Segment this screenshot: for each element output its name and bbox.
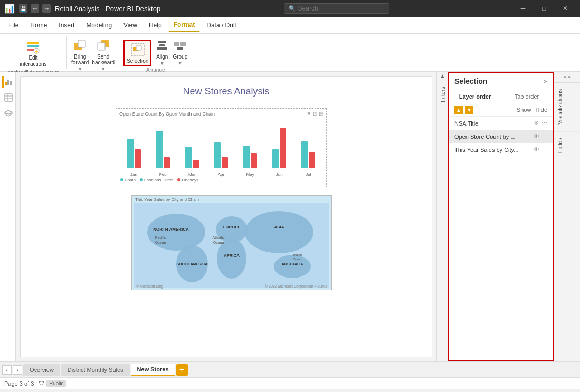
svg-text:AFRICA: AFRICA [224, 253, 240, 258]
tab-new-stores[interactable]: New Stores [131, 364, 175, 376]
page-indicator: Page 3 of 3 [4, 380, 34, 387]
eye-icon-this-year[interactable]: 👁 [534, 146, 539, 153]
chart-legend: Chain Fashions Direct Lindseys [116, 177, 326, 184]
left-icon-layers[interactable] [2, 108, 14, 119]
svg-text:Atlantic: Atlantic [213, 236, 225, 240]
layer-item-this-year[interactable]: This Year Sales by City... 👁 ⋯ [449, 143, 553, 156]
chart-header-icons: ▼ ⊡ ⊞ [307, 111, 323, 117]
edit-interactions-btn[interactable]: ⚡ Editinteractions [20, 38, 46, 68]
tab-overview[interactable]: Overview [23, 364, 60, 376]
svg-point-28 [147, 214, 205, 251]
public-badge: Public [46, 380, 66, 387]
menu-help[interactable]: Help [144, 20, 167, 31]
bar-red-apr [222, 157, 228, 168]
eye-icon-open-store[interactable]: 👁 [534, 133, 539, 140]
selection-panel: Selection » Layer order Tab order ▲ ▼ Sh… [448, 72, 554, 361]
svg-rect-14 [157, 47, 167, 50]
panel-tabs: Layer order Tab order [449, 90, 553, 103]
svg-rect-19 [7, 80, 9, 85]
hide-label[interactable]: Hide [535, 107, 547, 113]
map-visual[interactable]: This Year Sales by City and Chain [131, 195, 332, 290]
bar-red-jul [309, 152, 315, 168]
send-backward-btn[interactable]: Sendbackward ▼ [92, 38, 115, 72]
show-label[interactable]: Show [517, 107, 531, 113]
more-icon-nsa[interactable]: ⋯ [541, 120, 547, 127]
bar-chart-visual[interactable]: Open Store Count By Open Month and Chain… [116, 108, 327, 187]
right-edge: « » Visualizations Fields [554, 72, 580, 361]
bar-teal-feb [156, 131, 163, 168]
selection-panel-header: Selection » [449, 73, 553, 90]
svg-text:NORTH AMERICA: NORTH AMERICA [153, 227, 189, 232]
redo-icon[interactable]: ↪ [42, 4, 51, 13]
tab-layer-order[interactable]: Layer order [449, 90, 501, 103]
minimize-button[interactable]: ─ [512, 0, 534, 17]
selection-btn[interactable]: Selection [123, 40, 151, 66]
layer-item-open-store[interactable]: Open Store Count by ... 👁 ⋯ [449, 130, 553, 143]
add-page-button[interactable]: + [176, 364, 188, 376]
layer-name-open-store: Open Store Count by ... [454, 133, 534, 140]
menu-modeling[interactable]: Modeling [81, 20, 117, 31]
search-input[interactable] [298, 5, 383, 12]
menu-file[interactable]: File [3, 20, 24, 31]
layer-name-nsa: NSA Title [454, 120, 534, 127]
selection-panel-expand[interactable]: » [544, 78, 547, 85]
menu-home[interactable]: Home [25, 20, 52, 31]
bar-group-jun [272, 128, 286, 168]
bring-forward-icon [73, 38, 88, 53]
eye-icon-nsa[interactable]: 👁 [534, 120, 539, 127]
more-icon-this-year[interactable]: ⋯ [541, 146, 547, 153]
main-area: New Stores Analysis Open Store Count By … [0, 72, 580, 361]
bring-forward-label: Bringforward [71, 54, 89, 65]
right-panel-collapse-right[interactable]: » [568, 74, 571, 80]
filters-collapse-btn[interactable]: ▲ [439, 72, 447, 80]
move-down-arrow[interactable]: ▼ [465, 106, 473, 114]
bar-teal-apr [214, 142, 221, 168]
left-icon-table[interactable] [2, 92, 14, 103]
tab-tab-order[interactable]: Tab order [501, 90, 553, 103]
right-panel-collapse-left[interactable]: « [564, 74, 567, 80]
undo-icon[interactable]: ↩ [31, 4, 39, 13]
window-controls: ─ □ ✕ [512, 0, 576, 17]
more-icon-open-store[interactable]: ⋯ [541, 133, 547, 140]
chart-title: Open Store Count By Open Month and Chain [119, 111, 215, 117]
svg-text:Ocean: Ocean [213, 241, 224, 244]
filters-label[interactable]: Filters [437, 80, 449, 109]
page-nav-prev[interactable]: ‹ [2, 365, 12, 375]
maximize-button[interactable]: □ [534, 0, 555, 17]
tab-district-monthly[interactable]: District Monthly Sales [61, 364, 130, 376]
layer-item-nsa-title[interactable]: NSA Title 👁 ⋯ [449, 117, 553, 130]
layer-arrows: ▲ ▼ [454, 106, 473, 114]
svg-rect-17 [177, 47, 183, 50]
page-nav-next[interactable]: › [13, 365, 22, 375]
window-title: Retail Analysis - Power BI Desktop [55, 5, 160, 13]
svg-text:Indian: Indian [293, 253, 302, 256]
bar-group-jan [127, 139, 141, 168]
title-search-box[interactable]: 🔍 [284, 3, 389, 14]
svg-rect-18 [5, 82, 7, 85]
group-btn[interactable]: Group ▼ [173, 38, 187, 66]
svg-text:AUSTRALIA: AUSTRALIA [282, 262, 303, 266]
menu-view[interactable]: View [118, 20, 142, 31]
bring-forward-btn[interactable]: Bringforward ▼ [71, 38, 89, 72]
svg-rect-6 [78, 40, 85, 47]
shield-icon: 🛡 [39, 380, 44, 386]
bar-group-mar [185, 147, 199, 168]
move-up-arrow[interactable]: ▲ [454, 106, 463, 114]
close-button[interactable]: ✕ [555, 0, 576, 17]
right-tab-fields[interactable]: Fields [554, 131, 580, 159]
arrange-buttons: Bringforward ▼ Sendbackward ▼ [71, 38, 115, 72]
bar-group-feb [156, 131, 170, 168]
svg-rect-16 [180, 42, 186, 46]
map-attribution: © Microsoft Bing [134, 284, 165, 289]
menu-data-drill[interactable]: Data / Drill [201, 20, 241, 31]
svg-point-33 [274, 255, 311, 278]
right-tab-visualizations[interactable]: Visualizations [554, 82, 580, 131]
ribbon-group-selection: Selection Align ▼ [119, 36, 192, 69]
bar-red-jan [135, 149, 141, 168]
save-icon[interactable]: 💾 [19, 4, 27, 13]
align-btn[interactable]: Align ▼ [155, 38, 169, 66]
menu-insert[interactable]: Insert [53, 20, 80, 31]
menu-format[interactable]: Format [168, 19, 201, 32]
svg-rect-8 [98, 43, 105, 50]
left-icon-barchart[interactable] [2, 76, 14, 88]
